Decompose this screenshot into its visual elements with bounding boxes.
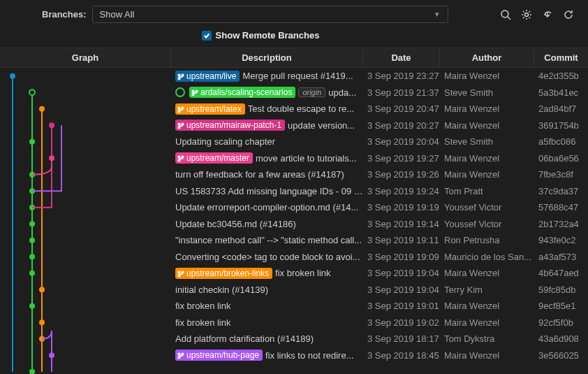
commit-date: 3 Sep 2019 20:27 (363, 120, 440, 131)
svg-point-9 (178, 107, 180, 109)
commit-date: 3 Sep 2019 19:09 (363, 252, 440, 262)
commit-row[interactable]: fix broken link3 Sep 2019 19:01Maira Wen… (0, 298, 588, 315)
commit-description: turn off feedback for a few areas (#1418… (175, 169, 344, 180)
branch-tag[interactable]: ardalis/scaling-scenarios (189, 87, 295, 98)
chevron-down-icon: ▼ (434, 10, 441, 18)
branch-icon (177, 73, 184, 80)
commit-description: fix broken link (275, 268, 330, 278)
commit-row[interactable]: Update errorreport-compiler-option.md (#… (0, 199, 588, 216)
commit-date: 3 Sep 2019 20:47 (363, 103, 440, 114)
commit-date: 3 Sep 2019 19:14 (363, 219, 440, 229)
commit-description: Update errorreport-compiler-option.md (#… (175, 202, 358, 213)
head-indicator-icon (175, 87, 185, 97)
commit-list: upstream/liveMerge pull request #1419...… (0, 68, 588, 364)
commit-date: 3 Sep 2019 19:01 (363, 301, 440, 311)
svg-point-20 (182, 271, 184, 273)
commit-author: Maira Wenzel (440, 317, 534, 328)
svg-point-11 (182, 107, 184, 109)
commit-author: Maira Wenzel (440, 169, 534, 180)
commit-row[interactable]: upstream/liveMerge pull request #1419...… (0, 68, 588, 85)
commit-row[interactable]: upstream/broken-linksfix broken link3 Se… (0, 265, 588, 282)
commit-description: Merge pull request #1419... (242, 71, 353, 81)
commit-row[interactable]: fix broken link3 Sep 2019 19:02Maira Wen… (0, 315, 588, 331)
branches-dropdown[interactable]: Show All ▼ (92, 6, 448, 23)
show-remote-checkbox[interactable] (202, 31, 212, 41)
commit-hash: 9ecf85e1 (534, 301, 588, 311)
commit-description: Updating scaling chapter (175, 136, 275, 147)
commit-row[interactable]: Update bc30456.md (#14186)3 Sep 2019 19:… (0, 216, 588, 233)
commit-row[interactable]: upstream/mastermove article to tutorials… (0, 150, 588, 167)
commit-hash: 5a3b41ec (534, 87, 588, 98)
commit-description: Test double escape to re... (248, 103, 354, 114)
origin-tag: origin (298, 87, 325, 97)
header-author[interactable]: Author (440, 48, 534, 67)
commit-row[interactable]: turn off feedback for a few areas (#1418… (0, 166, 588, 183)
branch-tag[interactable]: upstream/latex (175, 103, 245, 115)
svg-point-22 (178, 357, 180, 359)
branch-icon (191, 89, 198, 96)
refresh-icon[interactable] (563, 9, 574, 20)
search-icon[interactable] (500, 9, 511, 20)
commit-row[interactable]: "instance method call" --> "static metho… (0, 232, 588, 249)
commit-hash: a43af573 (534, 252, 588, 262)
commit-hash: 57688c47 (534, 202, 588, 213)
commit-date: 3 Sep 2019 23:27 (363, 71, 440, 81)
branches-label: Branches: (8, 9, 87, 20)
branch-tag[interactable]: upstream/hub-page (175, 350, 263, 361)
commit-hash: 92cf5f0b (534, 317, 588, 328)
header-description[interactable]: Description (171, 48, 363, 67)
svg-point-23 (182, 354, 184, 356)
branch-tag[interactable]: upstream/broken-links (175, 268, 272, 279)
branch-tag-text: upstream/hub-page (186, 350, 259, 360)
commit-author: Youssef Victor (440, 219, 534, 229)
svg-point-16 (178, 160, 180, 162)
commit-date: 3 Sep 2019 18:45 (363, 350, 440, 361)
commit-row[interactable]: initial checkin (#14139)3 Sep 2019 19:04… (0, 282, 588, 299)
branch-icon (177, 352, 184, 359)
commit-hash: 7fbe3c8f (534, 169, 588, 180)
commit-hash: 06ba6e56 (534, 153, 588, 164)
branch-tag-text: ardalis/scaling-scenarios (200, 87, 292, 97)
commit-author: Mauricio de los San... (440, 252, 534, 262)
svg-point-6 (192, 91, 194, 93)
commit-description: fix links to not redire... (265, 350, 353, 361)
branch-tag-text: upstream/master (186, 153, 249, 163)
commit-description: fix broken link (175, 301, 230, 311)
commit-row[interactable]: upstream/hub-pagefix links to not redire… (0, 347, 588, 364)
svg-point-10 (178, 110, 180, 113)
commit-date: 3 Sep 2019 20:04 (363, 136, 440, 147)
branch-tag-text: upstream/latex (186, 104, 242, 114)
commit-row[interactable]: Add platform clarification (#14189)3 Sep… (0, 331, 588, 347)
commit-description: upda... (328, 87, 356, 98)
svg-point-4 (178, 78, 180, 80)
fetch-icon[interactable] (542, 9, 553, 20)
branch-icon (177, 106, 184, 113)
svg-point-15 (178, 157, 180, 159)
commit-row[interactable]: upstream/mairaw-patch-1update version...… (0, 117, 588, 134)
commit-author: Tom Pratt (440, 186, 534, 196)
header-commit[interactable]: Commit (534, 48, 588, 67)
branch-tag[interactable]: upstream/live (175, 71, 240, 82)
commit-author: Maira Wenzel (440, 71, 534, 81)
commit-row[interactable]: ardalis/scaling-scenariosoriginupda...3 … (0, 85, 588, 101)
svg-point-12 (178, 124, 180, 126)
commit-hash: 59fc85db (534, 285, 588, 295)
branch-tag[interactable]: upstream/mairaw-patch-1 (175, 120, 285, 131)
svg-line-1 (508, 17, 510, 20)
commit-row[interactable]: upstream/latexTest double escape to re..… (0, 101, 588, 117)
branch-tag[interactable]: upstream/master (175, 152, 253, 164)
commit-description: US 1583733 Add missing language IDs - 09… (175, 186, 363, 196)
commit-date: 3 Sep 2019 18:17 (363, 333, 440, 344)
commit-row[interactable]: Updating scaling chapter3 Sep 2019 20:04… (0, 134, 588, 150)
commit-hash: 943fe0c2 (534, 235, 588, 245)
branch-icon (177, 154, 184, 161)
commit-hash: 2b1732a4 (534, 219, 588, 229)
header-date[interactable]: Date (363, 48, 440, 67)
gear-icon[interactable] (521, 9, 532, 20)
branch-tag-text: upstream/broken-links (186, 268, 269, 278)
commit-row[interactable]: US 1583733 Add missing language IDs - 09… (0, 183, 588, 200)
commit-description: update version... (288, 120, 355, 131)
header-graph[interactable]: Graph (0, 48, 171, 67)
commit-date: 3 Sep 2019 19:04 (363, 285, 440, 295)
commit-row[interactable]: Converting <code> tag to code block to a… (0, 249, 588, 266)
